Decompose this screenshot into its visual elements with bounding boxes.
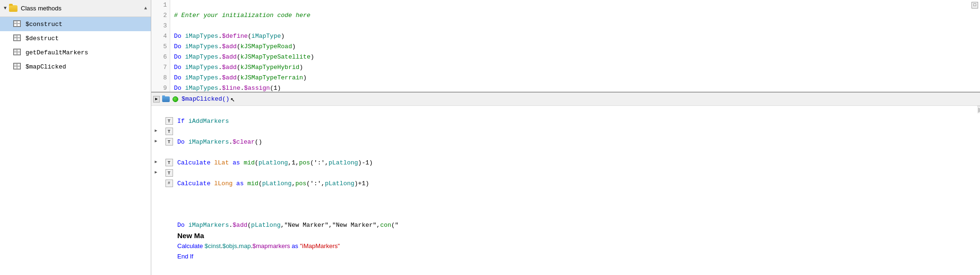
- gutter-row-8: #: [151, 179, 177, 189]
- horizontal-scrollbar[interactable]: [977, 106, 980, 113]
- expand-col-7[interactable]: ▶: [151, 168, 161, 179]
- code-line-calc: Calculate $cinst.$objs.map.$mapmarkers a…: [177, 241, 977, 251]
- type-col-1: [161, 106, 177, 116]
- sidebar-item-destruct[interactable]: $destruct: [0, 31, 151, 45]
- code-line-7: Do iMapTypes.$add(kJSMapTypeTerrain): [174, 74, 307, 81]
- code-line-clear: Do iMapMarkers.$clear(): [177, 137, 977, 147]
- method-label-getdefaultmarkers: getDefaultMarkers: [26, 49, 88, 56]
- gutter-row-7: ▶ T: [151, 168, 177, 179]
- method-name-header: $mapClicked(): [182, 95, 229, 103]
- line-num-3: 3: [151, 21, 167, 31]
- code-panel: □ 1 2 3 4 5 6 7 8 9 # Enter your initial…: [151, 0, 980, 275]
- method-icon-4: [13, 63, 22, 70]
- sidebar-item-getdefaultmarkers[interactable]: getDefaultMarkers: [0, 45, 151, 60]
- line-num-1: 1: [151, 0, 167, 10]
- sidebar-item-construct[interactable]: $construct: [0, 17, 151, 31]
- gutter-row-4: ▶ T: [151, 137, 177, 147]
- expand-col-4[interactable]: ▶: [151, 137, 161, 147]
- code-line-5: Do iMapTypes.$add(kJSMapTypeSatellite): [174, 53, 314, 60]
- line-num-7: 7: [151, 62, 167, 73]
- t-badge-7: T: [165, 169, 173, 177]
- code-line-4: Do iMapTypes.$add(kJSMapTypeRoad): [174, 43, 296, 50]
- method-label-construct: $construct: [26, 21, 62, 28]
- method-icon: [13, 20, 22, 28]
- expand-col-6[interactable]: ▶: [151, 158, 161, 168]
- type-col-2: T: [161, 116, 177, 127]
- type-col-5: [161, 147, 177, 158]
- gutter-row-1: [151, 106, 177, 116]
- minimize-button[interactable]: □: [971, 2, 978, 9]
- t-badge-4: T: [165, 138, 173, 146]
- scrollbar-track[interactable]: [978, 108, 979, 112]
- code-line-add: Do iMapMarkers.$add(pLatlong,"New Marker…: [177, 220, 977, 262]
- header-icons: [162, 95, 180, 103]
- line-num-2: 2: [151, 10, 167, 21]
- gutter-row-6: ▶ T: [151, 158, 177, 168]
- code-line-empty: [177, 199, 977, 210]
- code-line-8: Do iMapTypes.$line.$assign(1): [174, 85, 281, 92]
- sidebar-item-mapclicked[interactable]: $mapClicked: [0, 60, 151, 74]
- code-line-if: If iAddMarkers: [177, 116, 977, 127]
- code-line-3: Do iMapTypes.$define(iMapType): [174, 33, 285, 40]
- expand-col-8: [151, 179, 161, 189]
- sidebar-title: Class methods: [21, 5, 61, 12]
- code-lines-content[interactable]: If iAddMarkers Do iMapMarkers.$clear() C…: [177, 106, 977, 275]
- line-num-6: 6: [151, 52, 167, 62]
- type-col-8: #: [161, 179, 177, 189]
- main-container: ▼ Class methods ▲ $construct $destruct: [0, 0, 980, 275]
- t-badge-2: T: [165, 117, 173, 125]
- code-line-llat: Calculate lLat as mid(pLatlong,1,pos(':'…: [177, 158, 977, 168]
- blue-folder-icon: [162, 95, 170, 103]
- code-bottom-area: ▶ $mapClicked() ↖: [151, 93, 980, 275]
- expand-col-2: [151, 116, 161, 127]
- folder-icon: [9, 4, 18, 13]
- line-num-9: 9: [151, 83, 167, 93]
- type-col-6: T: [161, 158, 177, 168]
- expand-col-1: [151, 106, 161, 116]
- type-col-7: T: [161, 168, 177, 179]
- code-lines-area[interactable]: T ▶ T ▶ T: [151, 106, 980, 275]
- line-numbers: 1 2 3 4 5 6 7 8 9: [151, 0, 170, 92]
- gutter-row-5: [151, 147, 177, 158]
- code-line-llong: Calculate lLong as mid(pLatlong,pos(':',…: [177, 179, 977, 189]
- line-num-8: 8: [151, 73, 167, 83]
- hash-badge-8: #: [165, 180, 173, 187]
- line-num-5: 5: [151, 42, 167, 52]
- method-icon-2: [13, 34, 22, 42]
- scroll-up-icon[interactable]: ▲: [144, 6, 147, 11]
- expand-col-5: [151, 147, 161, 158]
- t-badge-3: T: [165, 128, 173, 135]
- sidebar-header: ▼ Class methods ▲: [0, 0, 151, 17]
- gutter-row-3: ▶ T: [151, 127, 177, 137]
- t-badge-6: T: [165, 159, 173, 166]
- type-col-4: T: [161, 137, 177, 147]
- cursor-icon: ↖: [230, 95, 235, 104]
- type-col-3: T: [161, 127, 177, 137]
- code-line-1: # Enter your initialization code here: [174, 12, 311, 19]
- code-top-content[interactable]: # Enter your initialization code here Do…: [170, 0, 980, 92]
- expand-col-3[interactable]: ▶: [151, 127, 161, 137]
- gutter-row-2: T: [151, 116, 177, 127]
- line-num-4: 4: [151, 31, 167, 42]
- sidebar-list: $construct $destruct getDefaultMarkers $…: [0, 17, 151, 275]
- left-gutter: T ▶ T ▶ T: [151, 106, 177, 275]
- method-header-row: ▶ $mapClicked() ↖: [151, 93, 980, 106]
- code-top-area: □ 1 2 3 4 5 6 7 8 9 # Enter your initial…: [151, 0, 980, 93]
- green-circle-icon: [171, 95, 180, 103]
- collapse-arrow-icon[interactable]: ▼: [4, 6, 7, 11]
- sidebar: ▼ Class methods ▲ $construct $destruct: [0, 0, 151, 275]
- code-line-endif: End If: [177, 251, 977, 262]
- code-line-6: Do iMapTypes.$add(kJSMapTypeHybrid): [174, 64, 303, 71]
- method-label-mapclicked: $mapClicked: [26, 63, 66, 70]
- method-icon-3: [13, 49, 22, 56]
- expand-button[interactable]: ▶: [153, 96, 160, 103]
- method-label-destruct: $destruct: [26, 35, 59, 42]
